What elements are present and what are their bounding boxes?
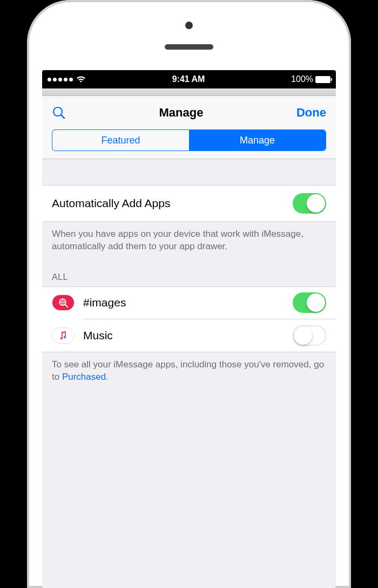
done-button[interactable]: Done: [296, 106, 326, 120]
app-row-images: #images: [42, 286, 336, 319]
tab-manage[interactable]: Manage: [189, 130, 326, 151]
all-section-header: ALL: [42, 259, 336, 286]
app-list: #images Music: [42, 286, 336, 352]
search-icon: [52, 106, 66, 120]
svg-line-1: [61, 115, 64, 118]
status-left: [48, 76, 86, 83]
segmented-control: Featured Manage: [52, 129, 326, 151]
search-button[interactable]: [52, 106, 66, 120]
auto-add-footer: When you have apps on your device that w…: [42, 222, 336, 259]
battery-icon: [315, 76, 330, 83]
status-bar: 9:41 AM 100%: [42, 70, 336, 88]
music-toggle[interactable]: [293, 325, 326, 346]
segmented-control-container: Featured Manage: [42, 129, 336, 159]
music-note-icon: [58, 330, 69, 341]
app-name-images: #images: [83, 296, 293, 309]
svg-line-6: [65, 305, 68, 307]
images-toggle[interactable]: [293, 292, 326, 313]
background-sheet-peek: [42, 88, 336, 96]
magnify-globe-icon: [58, 297, 69, 308]
all-footer: To see all your iMessage apps, including…: [42, 352, 336, 390]
earpiece-speaker: [165, 44, 213, 50]
front-camera: [185, 22, 193, 29]
status-right: 100%: [291, 74, 330, 84]
section-spacer: [42, 159, 336, 185]
purchased-link[interactable]: Purchased: [62, 372, 106, 382]
all-footer-suffix: .: [106, 372, 109, 382]
tab-featured[interactable]: Featured: [52, 130, 189, 151]
auto-add-apps-cell: Automatically Add Apps: [42, 185, 336, 222]
music-app-icon: [52, 327, 75, 344]
screen: 9:41 AM 100% Manage Done Featured Manage: [42, 70, 336, 588]
nav-bar: Manage Done: [42, 96, 336, 129]
status-time: 9:41 AM: [172, 74, 205, 84]
nav-title: Manage: [159, 106, 204, 120]
wifi-icon: [76, 76, 86, 83]
cell-signal-icon: [48, 78, 73, 81]
app-name-music: Music: [83, 329, 293, 342]
phone-frame: 9:41 AM 100% Manage Done Featured Manage: [27, 0, 351, 588]
images-app-icon: [52, 295, 75, 311]
app-row-music: Music: [42, 319, 336, 352]
auto-add-apps-label: Automatically Add Apps: [52, 197, 293, 210]
auto-add-apps-toggle[interactable]: [293, 193, 326, 214]
battery-percent: 100%: [291, 74, 313, 84]
